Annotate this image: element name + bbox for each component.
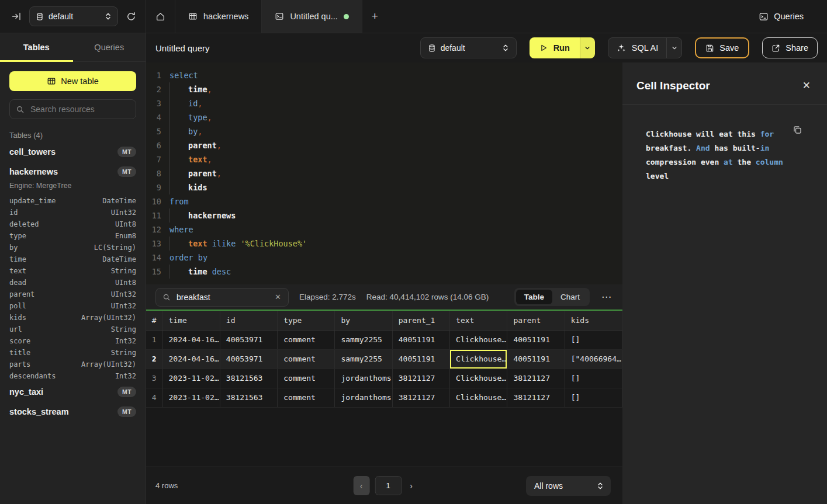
table-row[interactable]: 32023-11-02…38121563commentjordanthoms38… — [146, 369, 622, 388]
sql-editor[interactable]: 1select2time,3id,4type,5by,6parent,7text… — [146, 62, 622, 284]
editor-line: 10from — [146, 194, 622, 208]
column-header[interactable]: parent_1 — [392, 311, 449, 330]
sidebar-item-nyc_taxi[interactable]: nyc_taxiMT — [0, 382, 146, 402]
table-cell[interactable]: sammy2255 — [335, 349, 392, 369]
column-header[interactable]: # — [146, 311, 162, 330]
table-grid-icon — [47, 77, 56, 86]
sidebar-tab-queries[interactable]: Queries — [73, 33, 146, 61]
table-cell[interactable]: comment — [278, 388, 335, 407]
table-cell[interactable]: 38121563 — [220, 388, 277, 407]
table-cell[interactable]: comment — [278, 369, 335, 388]
table-cell[interactable]: Clickhouse… — [450, 349, 507, 369]
column-header[interactable]: id — [220, 311, 277, 330]
table-cell[interactable]: 40053971 — [220, 349, 277, 369]
table-cell[interactable]: sammy2255 — [335, 330, 392, 349]
query-database-selector[interactable]: default — [420, 37, 517, 58]
page-size-selector[interactable]: All rows — [526, 476, 611, 496]
table-cell[interactable]: 38121127 — [392, 369, 449, 388]
tab-hackernews[interactable]: hackernews — [175, 0, 262, 33]
view-toggle-table[interactable]: Table — [516, 290, 552, 304]
queries-button[interactable]: Queries — [759, 0, 827, 33]
sidebar-tab-tables[interactable]: Tables — [0, 33, 73, 61]
table-cell[interactable]: 2023-11-02… — [162, 369, 220, 388]
table-row[interactable]: 22024-04-16…40053971commentsammy22554005… — [146, 349, 622, 369]
previous-page-button[interactable]: ‹ — [353, 476, 369, 495]
column-type: String — [111, 324, 136, 335]
results-search-input[interactable] — [175, 292, 269, 303]
page-size-value: All rows — [534, 481, 563, 491]
new-tab-button[interactable]: + — [362, 0, 387, 33]
column-header[interactable]: time — [162, 311, 220, 330]
share-button[interactable]: Share — [762, 37, 818, 58]
sidebar-tables-list: cell_towersMThackernewsMTEngine: MergeTr… — [0, 142, 146, 504]
column-header[interactable]: type — [278, 311, 335, 330]
tab-untitled-query[interactable]: Untitled qu... — [262, 0, 362, 33]
sidebar-item-stocks_stream[interactable]: stocks_streamMT — [0, 402, 146, 422]
line-tokens: text, — [169, 152, 212, 166]
topbar-database-selector[interactable]: default — [29, 6, 118, 26]
table-cell[interactable]: [] — [565, 369, 622, 388]
table-row[interactable]: 12024-04-16…40053971commentsammy22554005… — [146, 330, 622, 349]
results-search[interactable]: ✕ — [155, 288, 289, 307]
next-page-button[interactable]: › — [407, 481, 416, 491]
column-row: pollUInt32 — [0, 300, 146, 312]
copy-cell-button[interactable] — [791, 124, 804, 136]
sidebar-search-input[interactable] — [29, 104, 130, 114]
table-row[interactable]: 42023-11-02…38121563commentjordanthoms38… — [146, 388, 622, 407]
table-cell[interactable]: 2023-11-02… — [162, 388, 220, 407]
table-cell[interactable]: [] — [565, 388, 622, 407]
table-cell[interactable]: 38121127 — [507, 388, 565, 407]
line-tokens: hackernews — [169, 208, 236, 223]
table-name: stocks_stream — [9, 407, 69, 416]
table-cell[interactable]: 40051191 — [507, 349, 565, 369]
table-cell[interactable]: comment — [278, 330, 335, 349]
tab-home[interactable] — [146, 0, 175, 33]
table-cell[interactable]: 40053971 — [220, 330, 277, 349]
column-header[interactable]: parent — [507, 311, 565, 330]
clear-search-button[interactable]: ✕ — [274, 293, 282, 301]
run-options-button[interactable] — [580, 37, 595, 58]
column-type: UInt8 — [115, 219, 136, 230]
table-cell[interactable]: 38121127 — [507, 369, 565, 388]
table-engine-label: Engine: MergeTree — [0, 182, 146, 195]
table-cell[interactable]: 38121127 — [392, 388, 449, 407]
collapse-sidebar-button[interactable] — [9, 9, 23, 23]
table-cell[interactable]: 38121563 — [220, 369, 277, 388]
view-toggle-chart[interactable]: Chart — [552, 290, 588, 304]
table-cell[interactable]: 40051191 — [507, 330, 565, 349]
sidebar-item-cell_towers[interactable]: cell_towersMT — [0, 142, 146, 162]
new-table-button[interactable]: New table — [9, 71, 136, 91]
token: time — [188, 85, 207, 94]
refresh-button[interactable] — [124, 9, 139, 24]
column-header[interactable]: kids — [565, 311, 622, 330]
table-cell[interactable]: Clickhouse… — [450, 369, 507, 388]
table-cell[interactable]: Clickhouse… — [450, 388, 507, 407]
table-cell[interactable]: Clickhouse… — [450, 330, 507, 349]
column-row: typeEnum8 — [0, 230, 146, 242]
table-cell[interactable]: 40051191 — [392, 330, 449, 349]
indent-guide — [169, 180, 170, 194]
column-name: deleted — [9, 219, 39, 230]
page-number-input[interactable]: 1 — [375, 476, 402, 495]
sql-ai-options-button[interactable] — [666, 38, 681, 58]
table-cell[interactable]: 2024-04-16… — [162, 349, 220, 369]
chevron-right-icon: › — [410, 481, 413, 491]
table-cell[interactable]: jordanthoms — [335, 369, 392, 388]
table-cell[interactable]: comment — [278, 349, 335, 369]
sidebar-search[interactable] — [9, 99, 136, 119]
ellipsis-icon: ⋯ — [601, 291, 612, 303]
table-cell[interactable]: 40051191 — [392, 349, 449, 369]
column-header[interactable]: text — [450, 311, 507, 330]
column-header[interactable]: by — [335, 311, 392, 330]
table-cell[interactable]: jordanthoms — [335, 388, 392, 407]
save-button[interactable]: Save — [695, 37, 749, 58]
close-inspector-button[interactable]: ✕ — [800, 78, 813, 93]
token: '%ClickHouse%' — [240, 239, 307, 248]
sql-ai-button[interactable]: SQL AI — [608, 38, 666, 58]
table-cell[interactable]: 2024-04-16… — [162, 330, 220, 349]
table-cell[interactable]: [] — [565, 330, 622, 349]
results-more-button[interactable]: ⋯ — [600, 291, 613, 303]
run-button[interactable]: Run — [530, 37, 580, 58]
table-cell[interactable]: ["40066964… — [565, 349, 622, 369]
sidebar-item-hackernews[interactable]: hackernewsMT — [0, 162, 146, 182]
